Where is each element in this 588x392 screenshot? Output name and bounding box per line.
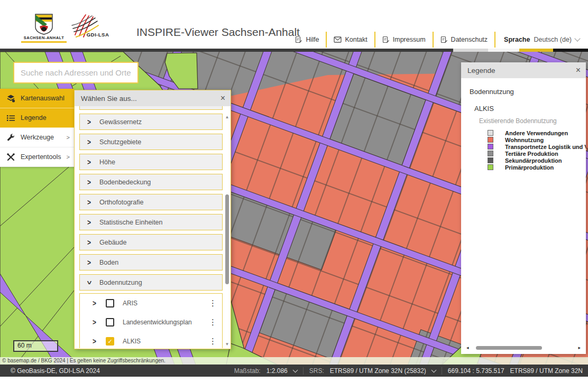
sidebar-menu: Kartenauswahl Legende Werkzeuge >: [0, 89, 74, 167]
bodennutzung-sublayers: > ARIS ⋮ > Landesentwicklungsplan ⋮ > ✓ …: [79, 293, 223, 348]
sidebar-item-legende[interactable]: Legende: [0, 108, 74, 128]
sidebar-item-expertentools[interactable]: Expertentools >: [0, 147, 74, 167]
map-attribution: © basemap.de / BKG 2024 | Es gelten kein…: [0, 357, 588, 365]
statusbar-separator: [303, 367, 304, 375]
kebab-menu-icon[interactable]: ⋮: [209, 337, 217, 346]
legend-panel-header: Legende ×: [461, 62, 586, 78]
nav-hilfe[interactable]: Hilfe: [288, 36, 326, 43]
layer-group-hoehe[interactable]: > Höhe: [79, 154, 223, 170]
legend-swatch: [488, 164, 493, 170]
legend-panel: Legende × Bodennutzung ALKIS Existierend…: [461, 62, 586, 354]
sublayer-landesentwicklungsplan[interactable]: > Landesentwicklungsplan ⋮: [80, 313, 222, 332]
gdi-lsa-logo[interactable]: GDI-LSA: [68, 13, 114, 38]
layer-group-gewaessernetz[interactable]: > Gewässernetz: [79, 114, 223, 130]
scroll-up-icon[interactable]: ▲: [224, 115, 230, 119]
map-scalebar: 60 m: [13, 340, 58, 352]
chevron-right-icon: >: [93, 299, 96, 307]
sachsen-anhalt-logo[interactable]: SACHSEN-ANHALT: [21, 14, 67, 43]
sublayer-alkis[interactable]: > ✓ ALKIS ⋮: [80, 332, 222, 348]
scale-label: Maßstab:: [234, 367, 261, 375]
legend-item: Primärproduktion: [488, 164, 586, 171]
legend-swatch: [488, 157, 493, 163]
layer-panel-header: Wählen Sie aus... ×: [75, 90, 231, 106]
document-icon: [382, 36, 390, 43]
layer-select-panel: Wählen Sie aus... × > Gewässernetz > Sch…: [74, 90, 231, 349]
checkbox-unchecked[interactable]: [106, 299, 114, 307]
scroll-down-icon[interactable]: ▼: [224, 342, 230, 347]
nav-impressum[interactable]: Impressum: [375, 36, 433, 43]
crossed-tools-icon: [6, 153, 15, 162]
layer-group-schutzgebiete[interactable]: > Schutzgebiete: [79, 134, 223, 150]
legend-item: Tertiäre Produktion: [488, 150, 586, 157]
layer-group-statistische-einheiten[interactable]: > Statistische Einheiten: [79, 214, 223, 230]
checkbox-checked[interactable]: ✓: [106, 337, 114, 346]
list-icon: [6, 114, 15, 123]
legend-subsection: ALKIS: [474, 105, 494, 113]
layer-panel-title: Wählen Sie aus...: [81, 95, 137, 102]
chevron-down-icon[interactable]: [292, 367, 298, 372]
mail-icon: [334, 36, 342, 43]
layer-group-orthofotografie[interactable]: > Orthofotografie: [79, 194, 223, 210]
wrench-icon: [6, 133, 15, 142]
scrollbar-thumb[interactable]: [225, 194, 229, 284]
legend-section: Bodennutzung: [470, 88, 514, 96]
chevron-right-icon: >: [93, 337, 96, 346]
app-header: SACHSEN-ANHALT GDI-LSA INSPIRE-Viewer Sa…: [0, 0, 588, 49]
legend-item: Wohnnutzung: [488, 136, 586, 143]
chevron-right-icon: >: [87, 218, 91, 226]
layer-panel-scrollbar[interactable]: ▲ ▼: [224, 107, 230, 348]
scrollbar-thumb[interactable]: [476, 346, 542, 350]
legend-horizontal-scrollbar[interactable]: ◂ ▸: [464, 344, 583, 351]
chevron-down-icon: [574, 35, 580, 41]
layer-group-item-partial[interactable]: [79, 106, 223, 110]
sidebar-item-kartenauswahl[interactable]: Kartenauswahl: [0, 89, 74, 108]
scale-value[interactable]: 1:2.086: [267, 367, 288, 375]
legend-swatch: [488, 144, 493, 150]
kebab-menu-icon[interactable]: ⋮: [209, 298, 217, 308]
close-icon[interactable]: ×: [221, 94, 225, 102]
logo-underline: [21, 41, 67, 43]
chevron-right-icon: >: [87, 258, 91, 266]
scroll-right-icon[interactable]: ▸: [578, 345, 581, 350]
legend-swatch: [488, 151, 493, 156]
nav-datenschutz[interactable]: Datenschutz: [434, 36, 494, 43]
srs-label: SRS:: [309, 367, 324, 375]
chevron-right-icon: >: [87, 178, 91, 186]
language-selector[interactable]: Sprache Deutsch (de): [495, 36, 585, 43]
layer-group-bodenbedeckung[interactable]: > Bodenbedeckung: [79, 174, 223, 190]
legend-swatch: [488, 137, 493, 143]
kebab-menu-icon[interactable]: ⋮: [209, 318, 217, 327]
page-title: INSPIRE-Viewer Sachsen-Anhalt: [136, 26, 300, 39]
scroll-left-icon[interactable]: ◂: [466, 345, 469, 350]
chevron-right-icon: >: [93, 318, 96, 326]
coordinates-srs: ETRS89 / UTM Zone 32N: [510, 367, 583, 375]
layer-group-gebaeude[interactable]: > Gebäude: [79, 234, 223, 250]
gdi-lsa-logo-text: GDI-LSA: [81, 32, 114, 38]
search-input[interactable]: [14, 63, 137, 82]
chevron-right-icon: >: [87, 117, 91, 126]
address-search: [13, 62, 139, 83]
header-accent-strip: [0, 49, 588, 52]
sidebar-item-werkzeuge[interactable]: Werkzeuge >: [0, 128, 74, 147]
srs-value[interactable]: ETRS89 / UTM Zone 32N (25832): [330, 367, 426, 375]
header-nav: Hilfe Kontakt Impressum: [288, 31, 585, 49]
chevron-right-icon: >: [87, 238, 91, 246]
layer-group-bodennutzung-expanded[interactable]: > Bodennutzung: [79, 274, 223, 291]
close-icon[interactable]: ×: [576, 66, 581, 74]
checkbox-unchecked[interactable]: [106, 318, 114, 326]
sublayer-aris[interactable]: > ARIS ⋮: [80, 294, 222, 313]
chevron-right-icon: >: [87, 157, 91, 166]
chevron-right-icon: >: [67, 154, 70, 160]
legend-item: Andere Verwendungen: [488, 129, 586, 136]
nav-kontakt[interactable]: Kontakt: [327, 36, 374, 43]
chevron-down-icon[interactable]: [431, 367, 436, 372]
help-document-icon: [295, 36, 302, 43]
layer-group-boden[interactable]: > Boden: [79, 254, 223, 270]
cursor-coordinates: 669.104 : 5.735.517: [448, 367, 504, 375]
map-layers-icon: [6, 94, 15, 103]
chevron-down-icon: >: [85, 281, 93, 284]
coat-of-arms-icon: [34, 14, 53, 35]
layer-panel-body: > Gewässernetz > Schutzgebiete > Höhe > …: [75, 106, 223, 348]
chevron-right-icon: >: [67, 134, 70, 141]
legend-swatch: [488, 130, 493, 136]
